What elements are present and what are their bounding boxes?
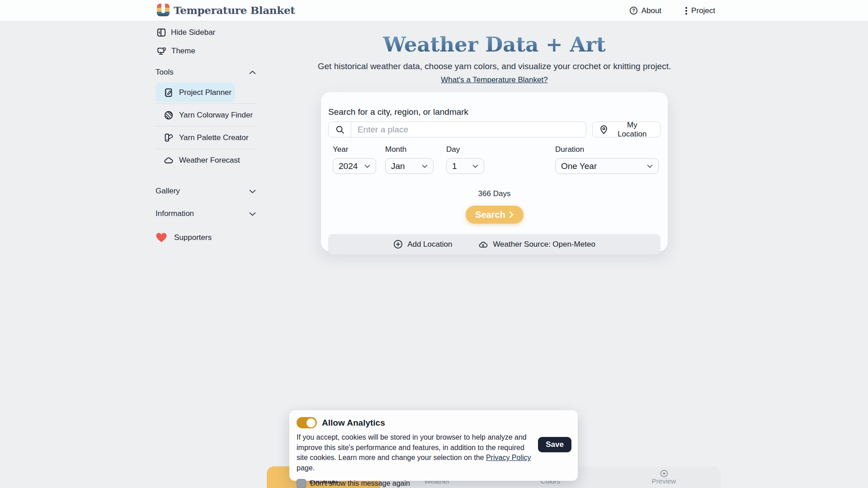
duration-value: One Year <box>561 161 597 171</box>
section-gallery[interactable]: Gallery <box>156 186 256 196</box>
sidebar-item-label: Weather Forecast <box>179 156 240 165</box>
sidebar-item-weather-forecast[interactable]: Weather Forecast <box>156 150 256 170</box>
information-section-label: Information <box>156 209 194 218</box>
page-title: Weather Data + Art <box>321 33 668 56</box>
chevron-down-icon <box>249 189 256 193</box>
chevron-down-icon <box>472 164 478 168</box>
month-value: Jan <box>391 161 405 171</box>
days-count: 366 Days <box>328 189 660 198</box>
hide-sidebar-button[interactable]: Hide Sidebar <box>157 27 256 38</box>
supporters-button[interactable]: Supporters <box>156 232 256 243</box>
project-label: Project <box>691 6 715 15</box>
preview-eye-icon <box>660 469 668 478</box>
whats-a-temperature-blanket-link-row: What's a Temperature Blanket? <box>321 75 668 84</box>
question-circle-icon: ? <box>629 6 638 15</box>
top-header: Temperature Blanket ? About Project <box>0 0 868 21</box>
divider <box>156 103 256 104</box>
tools-section-label: Tools <box>156 68 174 77</box>
arrow-right-icon <box>509 211 514 218</box>
cookie-body-text-after: page. <box>297 464 315 472</box>
add-location-label: Add Location <box>407 240 452 249</box>
cookie-consent-banner: Allow Analytics If you accept, cookies w… <box>289 410 578 481</box>
yarn-ball-icon <box>164 110 174 120</box>
cloud-icon <box>164 155 174 165</box>
about-button[interactable]: ? About <box>629 6 661 15</box>
brand-name: Temperature Blanket <box>174 4 295 16</box>
my-location-label: My Location <box>612 121 653 139</box>
year-value: 2024 <box>339 161 358 171</box>
my-location-button[interactable]: My Location <box>592 122 660 137</box>
place-search-input[interactable] <box>351 122 586 137</box>
privacy-policy-link[interactable]: Privacy Policy <box>486 454 531 461</box>
swatch-palette-icon <box>164 133 174 143</box>
notebook-pencil-icon <box>164 88 174 98</box>
search-icon <box>329 122 351 137</box>
save-button[interactable]: Save <box>538 437 571 452</box>
brand[interactable]: Temperature Blanket <box>157 4 295 16</box>
app-root: Temperature Blanket ? About Project Hide <box>0 0 868 488</box>
chevron-up-icon <box>249 70 256 75</box>
sidebar-collapse-icon <box>157 28 166 37</box>
temperature-blanket-logo-icon <box>157 4 170 16</box>
sidebar-item-yarn-colorway-finder[interactable]: Yarn Colorway Finder <box>156 105 256 125</box>
weather-source-button[interactable]: Weather Source: Open-Meteo <box>478 240 595 249</box>
dont-show-again-label: Don't show this message again <box>310 479 410 488</box>
theme-label: Theme <box>171 47 195 56</box>
divider <box>156 126 256 127</box>
search-card-label: Search for a city, region, or landmark <box>328 107 660 117</box>
year-select[interactable]: 2024 <box>333 158 376 174</box>
tools-list: Project Planner Yarn Colorway Finder Yar… <box>156 83 256 170</box>
place-search-box <box>328 122 586 137</box>
section-information[interactable]: Information <box>156 209 256 219</box>
theme-button[interactable]: Theme <box>157 46 256 56</box>
sidebar: Hide Sidebar Theme Tools Project Planner <box>156 27 256 243</box>
weather-source-label: Weather Source: Open-Meteo <box>493 240 595 249</box>
chevron-down-icon <box>364 164 370 168</box>
duration-label: Duration <box>555 145 659 154</box>
tab-preview[interactable]: Preview <box>607 466 721 488</box>
sidebar-item-label: Project Planner <box>179 88 231 97</box>
heart-icon <box>156 232 167 243</box>
tab-preview-label: Preview <box>607 477 721 485</box>
sidebar-item-yarn-palette-creator[interactable]: Yarn Palette Creator <box>156 128 256 147</box>
divider <box>156 149 256 149</box>
weather-source-cloud-icon <box>478 240 488 249</box>
sidebar-item-project-planner[interactable]: Project Planner <box>156 83 235 102</box>
svg-text:?: ? <box>632 8 635 13</box>
gallery-section-label: Gallery <box>156 187 180 196</box>
chevron-down-icon <box>249 212 256 216</box>
dont-show-again-row[interactable]: Don't show this message again <box>297 479 571 488</box>
kebab-menu-icon <box>685 6 688 15</box>
about-label: About <box>642 6 661 15</box>
card-bottom-bar: Add Location Weather Source: Open-Meteo <box>328 234 660 254</box>
sidebar-item-label: Yarn Colorway Finder <box>179 111 253 120</box>
page-subtitle: Get historical weather data, choose yarn… <box>276 61 713 71</box>
day-label: Day <box>446 145 484 154</box>
chevron-down-icon <box>647 164 653 168</box>
sidebar-item-label: Yarn Palette Creator <box>179 133 249 142</box>
search-card: Search for a city, region, or landmark M… <box>321 92 668 251</box>
section-tools[interactable]: Tools <box>156 67 256 77</box>
day-select[interactable]: 1 <box>446 158 484 174</box>
search-button-label: Search <box>475 210 505 220</box>
allow-analytics-toggle[interactable] <box>297 417 317 428</box>
month-label: Month <box>385 145 434 154</box>
year-label: Year <box>333 145 376 154</box>
theme-monitor-gear-icon <box>157 47 166 56</box>
plus-circle-icon <box>393 239 403 249</box>
cookie-banner-title: Allow Analytics <box>322 418 385 428</box>
add-location-button[interactable]: Add Location <box>393 239 452 249</box>
month-select[interactable]: Jan <box>385 158 434 174</box>
search-button[interactable]: Search <box>466 206 524 224</box>
whats-a-temperature-blanket-link[interactable]: What's a Temperature Blanket? <box>441 75 547 84</box>
cookie-banner-body: If you accept, cookies will be stored in… <box>297 432 533 474</box>
duration-select[interactable]: One Year <box>555 158 659 174</box>
map-pin-icon <box>600 125 608 134</box>
chevron-down-icon <box>422 164 428 168</box>
day-value: 1 <box>452 161 457 171</box>
hide-sidebar-label: Hide Sidebar <box>171 28 215 37</box>
supporters-label: Supporters <box>174 233 212 242</box>
dont-show-again-checkbox[interactable] <box>297 479 306 488</box>
project-menu-button[interactable]: Project <box>685 6 715 15</box>
